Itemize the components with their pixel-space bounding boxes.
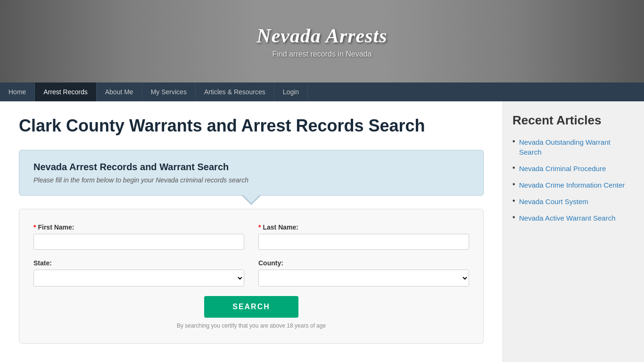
form-row-location: State: Nevada California Arizona County:… — [33, 259, 469, 287]
list-item: Nevada Criminal Procedure — [512, 164, 635, 173]
last-name-input[interactable] — [258, 234, 469, 250]
last-name-label: *Last Name: — [258, 223, 469, 231]
nav-item-about-me[interactable]: About Me — [97, 82, 142, 101]
form-disclaimer: By searching you certify that you are ab… — [33, 322, 469, 329]
first-name-label: *First Name: — [33, 223, 244, 231]
arrow-indicator — [242, 196, 261, 205]
state-select[interactable]: Nevada California Arizona — [33, 270, 244, 287]
recent-article-link[interactable]: Nevada Criminal Procedure — [519, 165, 606, 173]
search-button[interactable]: SEARCH — [204, 296, 298, 318]
list-item: Nevada Outstanding Warrant Search — [512, 137, 635, 157]
nav-bar: HomeArrest RecordsAbout MeMy ServicesArt… — [0, 82, 644, 101]
search-form-area: *First Name: *Last Name: State: Nevad — [19, 209, 484, 344]
content-area: Clark County Warrants and Arrest Records… — [0, 101, 503, 362]
state-group: State: Nevada California Arizona — [33, 259, 244, 287]
page-title: Clark County Warrants and Arrest Records… — [19, 115, 484, 136]
list-item: Nevada Active Warrant Search — [512, 213, 635, 223]
recent-article-link[interactable]: Nevada Crime Information Center — [519, 181, 625, 189]
state-label: State: — [33, 259, 244, 267]
site-tagline: Find arrest records in Nevada — [256, 50, 387, 58]
county-select[interactable]: Clark County Washoe County — [258, 270, 469, 287]
main-layout: Clark County Warrants and Arrest Records… — [0, 101, 644, 362]
nav-item-home[interactable]: Home — [0, 82, 35, 101]
required-star-firstname: * — [33, 223, 36, 231]
first-name-input[interactable] — [33, 234, 244, 250]
sidebar: Recent Articles Nevada Outstanding Warra… — [503, 101, 644, 362]
recent-article-link[interactable]: Nevada Outstanding Warrant Search — [519, 138, 611, 156]
sidebar-title: Recent Articles — [512, 113, 635, 128]
form-row-names: *First Name: *Last Name: — [33, 223, 469, 250]
nav-item-articles-&-resources[interactable]: Articles & Resources — [196, 82, 274, 101]
list-item: Nevada Crime Information Center — [512, 180, 635, 190]
recent-article-link[interactable]: Nevada Active Warrant Search — [519, 214, 616, 222]
nav-item-my-services[interactable]: My Services — [142, 82, 196, 101]
first-name-group: *First Name: — [33, 223, 244, 250]
last-name-group: *Last Name: — [258, 223, 469, 250]
search-box-subtitle: Please fill in the form below to begin y… — [33, 176, 469, 184]
recent-article-link[interactable]: Nevada Court System — [519, 197, 588, 206]
search-box-title: Nevada Arrest Records and Warrant Search — [33, 162, 469, 173]
county-group: County: Clark County Washoe County — [258, 259, 469, 287]
county-label: County: — [258, 259, 469, 267]
nav-item-arrest-records[interactable]: Arrest Records — [35, 82, 96, 101]
nav-item-login[interactable]: Login — [274, 82, 308, 101]
search-description-box: Nevada Arrest Records and Warrant Search… — [19, 150, 484, 196]
list-item: Nevada Court System — [512, 197, 635, 206]
site-header: Nevada Arrests Find arrest records in Ne… — [0, 0, 644, 82]
site-title: Nevada Arrests — [256, 25, 387, 47]
required-star-lastname: * — [258, 223, 261, 231]
recent-articles-list: Nevada Outstanding Warrant SearchNevada … — [512, 137, 635, 223]
